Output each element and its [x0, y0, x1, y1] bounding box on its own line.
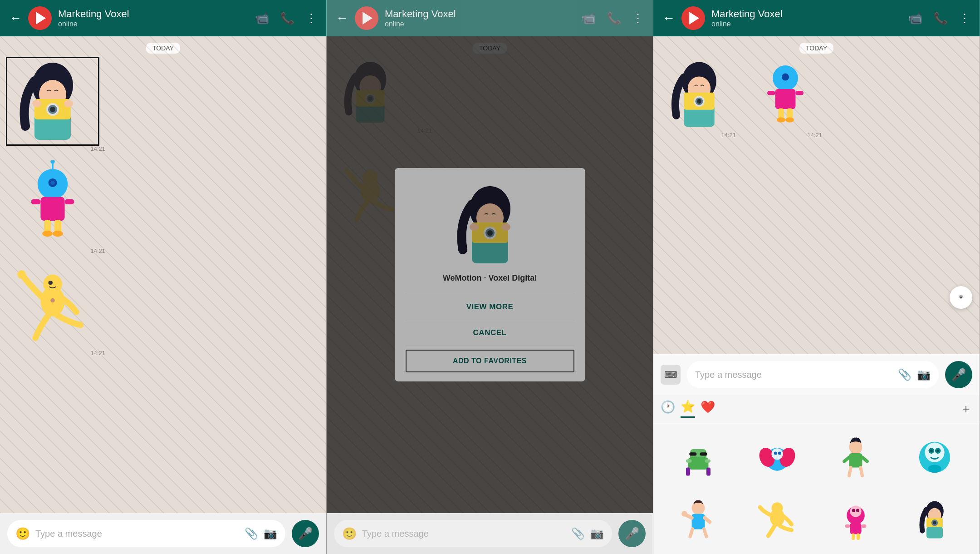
mic-icon-3: 🎤 [951, 368, 966, 382]
attach-icon-2[interactable]: 📎 [571, 527, 585, 540]
picker-sticker-7[interactable] [818, 490, 894, 549]
mic-button-3[interactable]: 🎤 [945, 361, 972, 388]
svg-rect-62 [686, 459, 692, 462]
attach-icon-3[interactable]: 📎 [898, 368, 911, 381]
svg-rect-54 [767, 91, 775, 95]
picker-tab-heart[interactable]: ❤️ [701, 400, 715, 417]
svg-rect-93 [845, 524, 850, 527]
header-icons-3: 📹 📞 ⋮ [908, 11, 970, 25]
video-icon-1[interactable]: 📹 [255, 11, 269, 25]
input-placeholder-3[interactable]: Type a message [695, 370, 892, 380]
msg-time-3: 14:21 [88, 349, 107, 357]
svg-rect-66 [689, 452, 696, 455]
svg-point-41 [487, 230, 493, 236]
svg-point-43 [501, 223, 510, 231]
svg-point-19 [42, 231, 53, 237]
svg-point-13 [50, 181, 55, 185]
input-wrapper-3[interactable]: Type a message 📎 📷 [687, 361, 939, 388]
picker-tab-recent[interactable]: 🕐 [661, 400, 675, 417]
svg-rect-16 [65, 199, 74, 204]
modal-sticker-preview [445, 182, 535, 268]
input-bar-1: 🙂 Type a message 📎 📷 🎤 [0, 513, 326, 554]
keyboard-toggle-button[interactable]: ⌨ [661, 365, 681, 385]
menu-icon-1[interactable]: ⋮ [305, 11, 317, 25]
sticker-msg-3a[interactable]: 14:21 [661, 58, 738, 139]
sticker-picker: 🕐 ⭐ ❤️ ＋ [653, 395, 980, 554]
modal-pack-name: WeMotion [443, 273, 482, 282]
contact-name-1: Marketing Voxel [58, 8, 248, 20]
chat-bg-3: TODAY [653, 36, 980, 354]
avatar-1 [28, 6, 52, 30]
avatar-2 [355, 6, 378, 30]
sticker-grid [653, 422, 980, 554]
camera-icon-2[interactable]: 📷 [590, 527, 604, 540]
picker-sticker-8[interactable] [897, 490, 972, 549]
msg-time-2: 14:21 [88, 247, 107, 255]
attach-icon-1[interactable]: 📎 [245, 527, 258, 540]
svg-point-23 [49, 281, 53, 285]
sticker-msg-3b[interactable]: 14:21 [747, 58, 824, 139]
svg-point-90 [852, 509, 855, 512]
view-more-button[interactable]: VIEW MORE [406, 294, 574, 320]
svg-rect-84 [691, 514, 705, 529]
sticker-msg-2[interactable]: 14:21 [7, 160, 107, 255]
back-button-1[interactable]: ← [9, 11, 22, 25]
input-bar-3: ⌨ Type a message 📎 📷 🎤 [653, 354, 980, 395]
play-icon-3 [689, 12, 699, 25]
input-placeholder-2[interactable]: Type a message [362, 529, 566, 539]
header-info-3: Marketing Voxel online [711, 8, 902, 28]
svg-rect-55 [795, 91, 804, 95]
svg-rect-95 [852, 533, 855, 539]
svg-point-71 [771, 448, 783, 460]
video-icon-3[interactable]: 📹 [908, 11, 922, 25]
picker-sticker-4[interactable] [897, 428, 972, 486]
picker-sticker-3[interactable] [818, 428, 894, 486]
back-button-3[interactable]: ← [662, 11, 675, 25]
input-wrapper-2[interactable]: 🙂 Type a message 📎 📷 [334, 520, 612, 547]
messages-1: 14:21 [0, 58, 326, 357]
picker-sticker-5[interactable] [661, 490, 736, 549]
menu-icon-2[interactable]: ⋮ [632, 11, 644, 25]
mic-button-2[interactable]: 🎤 [618, 520, 646, 547]
picker-tabs: 🕐 ⭐ ❤️ ＋ [653, 395, 980, 422]
camera-icon-3[interactable]: 📷 [917, 368, 931, 381]
input-wrapper-1[interactable]: 🙂 Type a message 📎 📷 [7, 520, 285, 547]
header-icons-1: 📹 📞 ⋮ [255, 11, 317, 25]
add-favorites-button[interactable]: ADD TO FAVORITES [406, 350, 574, 372]
input-placeholder-1[interactable]: Type a message [35, 529, 239, 539]
picker-add-button[interactable]: ＋ [960, 400, 972, 417]
svg-point-25 [50, 298, 55, 303]
modal-dot: · [481, 273, 488, 282]
modal-overlay[interactable]: WeMotion · Voxel Digital VIEW MORE CANCE… [327, 36, 653, 513]
video-icon-2[interactable]: 📹 [581, 11, 596, 25]
sticker-msg-3[interactable]: 14:21 [7, 262, 107, 357]
header-2: ← Marketing Voxel online 📹 📞 ⋮ [327, 0, 653, 36]
emoji-icon-1[interactable]: 🙂 [15, 527, 30, 541]
picker-tab-starred[interactable]: ⭐ [681, 400, 695, 418]
svg-point-52 [782, 74, 789, 81]
sticker-msg-1[interactable]: 14:21 [7, 58, 107, 153]
back-button-2[interactable]: ← [336, 11, 348, 25]
camera-icon-1[interactable]: 📷 [264, 527, 277, 540]
menu-icon-3[interactable]: ⋮ [959, 11, 970, 25]
picker-sticker-6[interactable] [740, 490, 815, 549]
chat-bg-2: TODAY 14:21 [327, 36, 653, 513]
panel-2: ← Marketing Voxel online 📹 📞 ⋮ TODAY [327, 0, 653, 554]
header-3: ← Marketing Voxel online 📹 📞 ⋮ [653, 0, 980, 36]
contact-name-3: Marketing Voxel [711, 8, 902, 20]
contact-name-2: Marketing Voxel [385, 8, 575, 20]
picker-sticker-1[interactable] [661, 428, 736, 486]
phone-icon-1[interactable]: 📞 [280, 11, 294, 25]
svg-rect-14 [40, 197, 64, 221]
play-icon-1 [36, 12, 46, 25]
cancel-button[interactable]: CANCEL [406, 320, 574, 346]
scroll-down-button[interactable] [950, 286, 972, 309]
chat-bg-1: TODAY [0, 36, 326, 513]
phone-icon-2[interactable]: 📞 [607, 11, 621, 25]
emoji-icon-2[interactable]: 🙂 [342, 527, 357, 541]
mic-button-1[interactable]: 🎤 [292, 520, 319, 547]
phone-icon-3[interactable]: 📞 [933, 11, 948, 25]
svg-point-82 [928, 465, 941, 473]
sticker-wrapper-1 [7, 58, 98, 144]
picker-sticker-2[interactable] [740, 428, 815, 486]
